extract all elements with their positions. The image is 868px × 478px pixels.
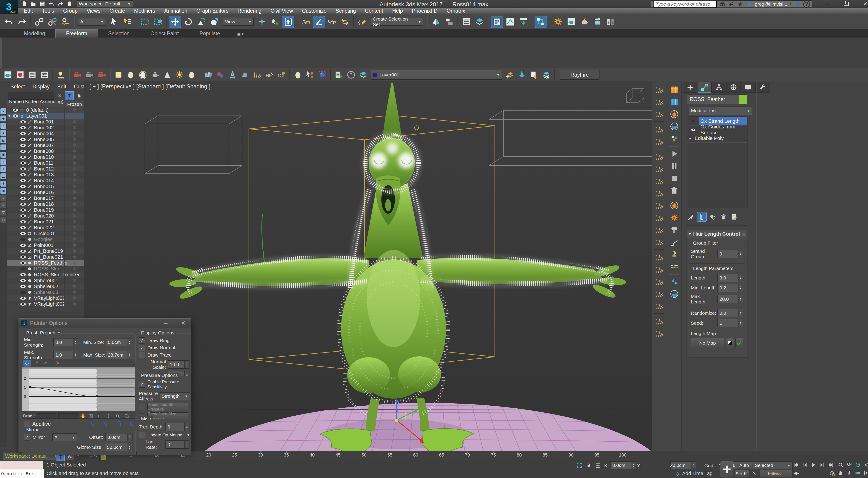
add-time-tag[interactable]: Add Time Tag <box>682 471 712 476</box>
use-pivot-point-center-button[interactable] <box>256 16 268 28</box>
visibility-eye-icon[interactable] <box>20 173 26 176</box>
unlink-selection-button[interactable] <box>46 16 59 28</box>
show-end-result-button[interactable] <box>697 212 707 221</box>
preset-slow-icon[interactable] <box>127 420 137 427</box>
vray-egg-ring-icon[interactable] <box>137 69 149 80</box>
frozen-toggle-icon[interactable]: ❄ <box>64 154 84 160</box>
visibility-eye-icon[interactable] <box>20 150 26 153</box>
menu-views[interactable]: Views <box>82 8 105 14</box>
frozen-toggle-icon[interactable]: ❄ <box>64 148 84 154</box>
ornatrix-add-hair-icon[interactable] <box>653 84 665 95</box>
phoenixfd-stop-sim-icon[interactable] <box>669 173 680 184</box>
visibility-eye-icon[interactable] <box>20 191 26 194</box>
object-name[interactable]: Sphere003 <box>34 290 58 295</box>
explorer-row-prt-bone021[interactable]: Prt_Bone021❄ <box>7 254 84 260</box>
filter-filter-icon[interactable]: ▽ <box>0 210 6 215</box>
field-of-view-button[interactable] <box>862 461 868 469</box>
set-current-layer-icon[interactable] <box>541 69 552 80</box>
tab-display[interactable] <box>741 82 755 93</box>
selection-set-key-dropdown[interactable]: Selected▼ <box>753 461 793 469</box>
camera-a-icon[interactable] <box>72 69 83 80</box>
explorer-row-bone014[interactable]: Bone014❄ <box>7 178 84 184</box>
vray-egg2-icon[interactable] <box>186 69 197 80</box>
ribbon-grip[interactable] <box>0 37 2 68</box>
selection-lock-icon[interactable] <box>585 461 593 469</box>
favorites-icon[interactable]: ★ <box>737 1 744 7</box>
phoenixfd-preset-explosion-icon[interactable] <box>669 212 680 223</box>
vray-cone-icon[interactable] <box>162 69 173 80</box>
ornatrix-bake-hair-icon[interactable] <box>653 288 665 300</box>
undo-button[interactable] <box>3 16 15 28</box>
visibility-eye-icon[interactable] <box>13 114 18 118</box>
explorer-row-bone013[interactable]: Bone013❄ <box>7 172 84 178</box>
key-brush-icon[interactable] <box>750 470 758 477</box>
object-name[interactable]: Bone021 <box>34 219 54 225</box>
tab-motion[interactable] <box>726 82 741 93</box>
object-name[interactable]: Bone013 <box>34 172 54 178</box>
explorer-row-bone016[interactable]: Bone016❄ <box>7 189 84 196</box>
draw-ring-checkbox[interactable]: ✓ <box>139 337 145 344</box>
ornatrix-brush-hair-icon[interactable] <box>653 151 665 162</box>
visibility-eye-icon[interactable] <box>20 208 26 212</box>
frame-step-icons[interactable]: ◀▶ <box>794 471 799 475</box>
object-name[interactable]: Bone022 <box>34 225 54 231</box>
schematic-view-button[interactable] <box>517 16 529 28</box>
ornatrix-ground-strands-icon[interactable] <box>653 328 665 339</box>
curve-field-2[interactable] <box>58 413 79 419</box>
key-filters-button[interactable]: Filters... <box>760 470 793 477</box>
delete-point-button[interactable]: ✕ <box>54 360 61 366</box>
object-name[interactable]: Googles <box>34 237 53 242</box>
exchange-apps-icon[interactable]: X <box>794 1 801 7</box>
object-name[interactable]: Bone018 <box>34 201 54 207</box>
project-folder-icon[interactable] <box>66 0 73 7</box>
explorer-row-bone012[interactable]: Bone012❄ <box>7 166 84 172</box>
scale-point-button[interactable] <box>33 360 40 366</box>
frozen-toggle-icon[interactable]: ❄ <box>64 231 84 237</box>
menu-content[interactable]: Content <box>360 8 388 14</box>
visibility-eye-icon[interactable] <box>20 279 26 282</box>
menu-ornatrix[interactable]: Ornatrix <box>442 8 470 14</box>
snaps-toggle-3d-button[interactable]: 3 <box>300 16 312 28</box>
tab-utilities[interactable] <box>755 82 770 93</box>
select-and-link-button[interactable] <box>33 16 45 28</box>
workspace-selector[interactable]: Workspace: Default▼ <box>77 0 133 7</box>
go-to-end-button[interactable] <box>827 461 835 469</box>
menu-customize[interactable]: Customize <box>298 8 331 14</box>
object-name[interactable]: Bone016 <box>34 189 54 196</box>
ribbon-tab-object-paint[interactable]: Object Paint <box>140 30 189 37</box>
ribbon-toggle-button[interactable] <box>473 16 486 28</box>
object-name[interactable]: Bone014 <box>34 178 54 184</box>
object-name[interactable]: Prt_Bone019 <box>34 248 63 254</box>
update-mouseup-checkbox[interactable] <box>139 432 145 438</box>
modifier-list-dropdown[interactable]: Modifier List▼ <box>689 106 752 115</box>
frozen-toggle-icon[interactable]: ❄ <box>64 119 84 125</box>
explorer-row-ross-skin[interactable]: ROSS_Skin❄ <box>7 266 84 272</box>
menu-rendering[interactable]: Rendering <box>233 8 266 14</box>
frozen-toggle-icon[interactable]: ❄ <box>64 237 84 242</box>
rendered-frame-window-button[interactable] <box>565 16 577 28</box>
ornatrix-scatter-disc-icon[interactable] <box>653 264 665 275</box>
dialog-minimize-icon[interactable]: ─ <box>164 320 167 326</box>
select-by-name-button[interactable] <box>121 16 133 28</box>
undo-icon[interactable] <box>48 0 55 7</box>
object-name[interactable]: VRayLight001 <box>34 295 65 301</box>
map-channel-swatch-button[interactable] <box>726 338 734 348</box>
hairfarm-icon[interactable]: HF <box>264 69 275 80</box>
object-name[interactable]: Bone007 <box>34 143 54 148</box>
render-shortcut-icon[interactable] <box>2 69 13 80</box>
filter-cameras-icon[interactable]: ■ <box>0 130 6 136</box>
visibility-eye-icon[interactable] <box>20 214 26 217</box>
object-name[interactable]: Bone005 <box>34 137 54 143</box>
explorer-row-0-default-[interactable]: 0 (default)❄ <box>7 107 84 113</box>
visibility-eye-icon[interactable] <box>20 226 26 229</box>
enable-pressure-checkbox[interactable]: ✓ <box>139 381 145 388</box>
render-production-button[interactable] <box>578 16 590 28</box>
filter-groups-icon[interactable]: ▣ <box>0 152 6 158</box>
phoenixfd-fire-preview-icon[interactable] <box>669 109 680 120</box>
zoom-button[interactable] <box>836 461 845 469</box>
object-name[interactable]: ROSS_Feather <box>34 260 68 266</box>
ornatrix-render-hair-icon[interactable] <box>653 300 665 312</box>
ornatrix-clump-a-icon[interactable] <box>653 212 665 223</box>
filter-icon[interactable] <box>65 91 74 100</box>
select-objects-in-layer-icon[interactable] <box>528 69 540 80</box>
